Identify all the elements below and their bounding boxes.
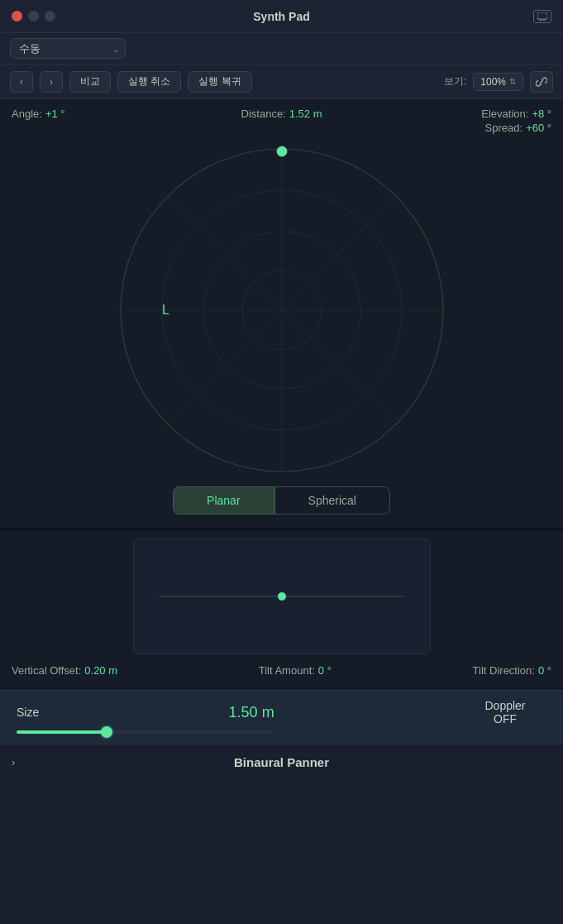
- elevation-spread-stat: Elevation: +8 ° Spread: +60 °: [371, 108, 551, 136]
- minimize-button[interactable]: [28, 11, 39, 22]
- expand-icon[interactable]: ›: [12, 756, 15, 768]
- svg-point-13: [277, 146, 287, 156]
- forward-button[interactable]: ›: [40, 71, 63, 93]
- doppler-label: Doppler: [464, 699, 546, 712]
- mode-dropdown-wrapper[interactable]: 수동 ⌄: [10, 38, 126, 59]
- zoom-control[interactable]: 100% ⇅: [473, 73, 523, 91]
- spherical-mode-button[interactable]: Spherical: [274, 486, 390, 515]
- close-button[interactable]: [12, 11, 22, 22]
- redo-button[interactable]: 실행 복귀: [188, 71, 251, 93]
- back-button[interactable]: ‹: [10, 71, 33, 93]
- radar-container[interactable]: L R: [12, 141, 551, 480]
- zoom-value: 100%: [480, 76, 506, 88]
- elevation-label: Elevation:: [481, 108, 528, 120]
- tilt-direction-value: 0 °: [538, 664, 551, 677]
- tilt-amount-value: 0 °: [318, 664, 332, 677]
- angle-value: +1 °: [45, 108, 65, 120]
- title-bar: Synth Pad: [0, 0, 563, 33]
- tilt-direction-stat: Tilt Direction: 0 °: [473, 664, 551, 677]
- link-button[interactable]: [530, 71, 553, 93]
- screen-icon[interactable]: [533, 10, 551, 23]
- bottom-title-bar: › Binaural Panner: [0, 744, 563, 780]
- spatial-panel: Angle: +1 ° Distance: 1.52 m Elevation: …: [0, 99, 563, 528]
- size-value: 1.50 m: [39, 704, 464, 721]
- doppler-block: Doppler OFF: [464, 699, 546, 725]
- vertical-offset-value: 0.20 m: [84, 664, 117, 677]
- size-doppler-row: Size 1.50 m Doppler OFF: [17, 699, 546, 725]
- spatial-stats-row: Angle: +1 ° Distance: 1.52 m Elevation: …: [12, 108, 551, 136]
- bottom-panel-title: Binaural Panner: [234, 755, 329, 769]
- tilt-direction-label: Tilt Direction:: [473, 664, 535, 677]
- tilt-amount-stat: Tilt Amount: 0 °: [259, 664, 332, 677]
- size-slider-track[interactable]: [17, 730, 273, 734]
- view-label: 보기:: [444, 74, 466, 89]
- distance-value: 1.52 m: [289, 108, 322, 120]
- svg-rect-0: [537, 12, 547, 19]
- angle-stat: Angle: +1 °: [12, 108, 192, 122]
- mode-buttons[interactable]: Planar Spherical: [12, 486, 551, 515]
- vertical-offset-label: Vertical Offset:: [12, 664, 81, 677]
- angle-label: Angle:: [12, 108, 42, 120]
- elevation-position-dot[interactable]: [278, 592, 286, 601]
- elevation-display[interactable]: [12, 539, 551, 654]
- l-label: L: [162, 303, 169, 317]
- toolbar: ‹ › 비교 실행 취소 실행 복귀 보기: 100% ⇅: [0, 65, 563, 99]
- window-controls[interactable]: [12, 11, 55, 22]
- radar-display[interactable]: L R: [108, 141, 456, 480]
- distance-label: Distance:: [241, 108, 286, 120]
- spread-value: +60 °: [526, 122, 551, 134]
- maximize-button[interactable]: [45, 11, 55, 22]
- lower-spatial-panel: Vertical Offset: 0.20 m Tilt Amount: 0 °…: [0, 530, 563, 690]
- size-slider-fill: [17, 730, 107, 734]
- distance-stat: Distance: 1.52 m: [192, 108, 372, 122]
- size-slider-row[interactable]: [17, 730, 546, 734]
- vertical-offset-stat: Vertical Offset: 0.20 m: [12, 664, 117, 677]
- zoom-arrows-icon: ⇅: [509, 77, 516, 86]
- size-label: Size: [17, 706, 39, 719]
- undo-button[interactable]: 실행 취소: [117, 71, 181, 93]
- lower-stats-row: Vertical Offset: 0.20 m Tilt Amount: 0 °…: [12, 661, 551, 682]
- size-slider-thumb[interactable]: [101, 726, 112, 738]
- window-title: Synth Pad: [253, 10, 309, 23]
- mode-dropdown[interactable]: 수동: [10, 38, 126, 59]
- elevation-box[interactable]: [133, 539, 431, 654]
- planar-mode-button[interactable]: Planar: [173, 486, 274, 515]
- spread-label: Spread:: [485, 122, 523, 134]
- bottom-panel: Size 1.50 m Doppler OFF: [0, 690, 563, 744]
- dropdown-bar: 수동 ⌄: [0, 33, 563, 65]
- doppler-value[interactable]: OFF: [464, 712, 546, 725]
- elevation-value: +8 °: [532, 108, 551, 120]
- tilt-amount-label: Tilt Amount:: [259, 664, 315, 677]
- compare-button[interactable]: 비교: [69, 71, 111, 93]
